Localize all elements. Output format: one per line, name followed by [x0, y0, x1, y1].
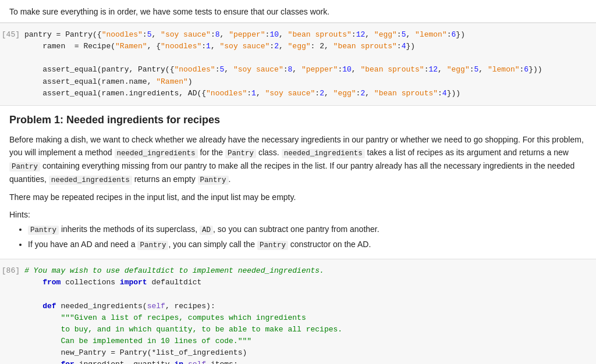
line-content-doc2: to buy, and in which quantity, to be abl…: [24, 324, 587, 336]
line-content-import: from collections import defaultdict: [24, 277, 587, 288]
hint2-text2: , you can simply call the: [168, 240, 257, 249]
line-content-ramen: ramen = Recipe("Ramen", {"noodles":1, "s…: [24, 41, 587, 52]
line-num-doc2: [0, 324, 24, 336]
line-num-newpantry: [0, 347, 24, 359]
hint2-code2: Pantry: [257, 241, 288, 250]
line-content-blank1: [24, 52, 587, 64]
method1-code: needed_ingredients: [115, 149, 198, 158]
code-line-blank2: [0, 288, 596, 300]
line-num-assert2: [0, 76, 24, 88]
hint1-text1: inherits the methods of its superclass,: [59, 224, 200, 234]
code-line-assert2: assert_equal(ramen.name, "Ramen"): [0, 76, 596, 88]
line-num-for: [0, 359, 24, 364]
desc4-text: takes a list of recipes as its argument …: [365, 148, 569, 157]
page-container: To make sure everything is in order, we …: [0, 0, 596, 364]
code-line-45: [45] pantry = Pantry({"noodles":5, "soy …: [0, 29, 596, 41]
code-block-2: [86] # You may wish to use defaultdict t…: [0, 259, 596, 364]
problem1-section: Problem 1: Needed ingredients for recipe…: [0, 106, 596, 259]
line-content-for: for ingredient, quantity in self.items:: [24, 359, 587, 364]
line-content-assert3: assert_equal(ramen.ingredients, AD({"noo…: [24, 88, 587, 99]
code-line-newpantry: new_Pantry = Pantry(*list_of_ingredients…: [0, 347, 596, 359]
code-line-for: for ingredient, quantity in self.items:: [0, 359, 596, 364]
code-line-doc3: Can be implemented in 10 lines of code."…: [0, 336, 596, 347]
code-line-def: def needed_ingredients(self, recipes):: [0, 301, 596, 312]
line-content-45: pantry = Pantry({"noodles":5, "soy sauce…: [24, 29, 587, 41]
hints-list: Pantry inherits the methods of its super…: [9, 223, 587, 252]
desc7-text: .: [229, 174, 231, 184]
line-num-doc1: [0, 312, 24, 324]
line-num-def: [0, 301, 24, 312]
intro-section: To make sure everything is in order, we …: [0, 0, 596, 23]
method3-code: needed_ingredients: [49, 176, 132, 185]
code-block-1: [45] pantry = Pantry({"noodles":5, "soy …: [0, 23, 596, 106]
code-line-import: from collections import defaultdict: [0, 277, 596, 288]
hint-1: Pantry inherits the methods of its super…: [28, 223, 587, 237]
desc8-text: There may be repeated recipes in the inp…: [9, 192, 296, 202]
hint2-text3: constructor on the AD.: [288, 240, 371, 249]
line-num-86: [86]: [0, 265, 24, 277]
line-num-import: [0, 277, 24, 288]
line-content-doc1: """Given a list of recipes, computes whi…: [24, 312, 587, 324]
class2-code: Pantry: [9, 162, 40, 172]
class1-code: Pantry: [225, 149, 256, 158]
line-content-assert2: assert_equal(ramen.name, "Ramen"): [24, 76, 587, 88]
hint1-code1: Pantry: [28, 226, 59, 235]
line-num-assert1: [0, 64, 24, 76]
hint1-code2: AD: [200, 226, 213, 235]
intro-text: To make sure everything is in order, we …: [9, 7, 329, 16]
code-line-blank1: [0, 52, 596, 64]
line-num-assert3: [0, 88, 24, 99]
hints-title: Hints:: [9, 210, 587, 219]
line-content-def: def needed_ingredients(self, recipes):: [24, 301, 587, 312]
problem-desc-2: There may be repeated recipes in the inp…: [9, 191, 587, 204]
line-num-blank1: [0, 41, 24, 52]
line-content-newpantry: new_Pantry = Pantry(*list_of_ingredients…: [24, 347, 587, 359]
desc2-text: for the: [198, 148, 225, 157]
code-line-86: [86] # You may wish to use defaultdict t…: [0, 265, 596, 277]
hint2-code1: Pantry: [137, 241, 168, 250]
code-line-assert3: assert_equal(ramen.ingredients, AD({"noo…: [0, 88, 596, 99]
problem-title: Problem 1: Needed ingredients for recipe…: [9, 114, 587, 126]
line-num-blank2: [0, 52, 24, 64]
hint-2: If you have an AD and need a Pantry, you…: [28, 238, 587, 252]
code-line-ramen: ramen = Recipe("Ramen", {"noodles":1, "s…: [0, 41, 596, 52]
line-content-86: # You may wish to use defaultdict to imp…: [24, 265, 587, 277]
code-line-doc1: """Given a list of recipes, computes whi…: [0, 312, 596, 324]
method2-code: needed_ingredients: [282, 149, 365, 158]
problem-desc-1: Before making a dish, we want to check w…: [9, 133, 587, 186]
code-line-doc2: to buy, and in which quantity, to be abl…: [0, 324, 596, 336]
class3-code: Pantry: [198, 176, 229, 185]
line-num-doc3: [0, 336, 24, 347]
hint1-text2: , so you can subtract one pantry from an…: [213, 224, 379, 234]
desc6-text: returns an empty: [132, 174, 198, 184]
hint2-text1: If you have an AD and need a: [28, 240, 137, 249]
desc3-text: class.: [256, 148, 282, 157]
line-content-assert1: assert_equal(pantry, Pantry({"noodles":5…: [24, 64, 587, 76]
line-num-45: [45]: [0, 29, 24, 41]
line-num-blank3: [0, 288, 24, 300]
line-content-doc3: Can be implemented in 10 lines of code."…: [24, 336, 587, 347]
code-line-assert1: assert_equal(pantry, Pantry({"noodles":5…: [0, 64, 596, 76]
line-content-blank2: [24, 288, 587, 300]
